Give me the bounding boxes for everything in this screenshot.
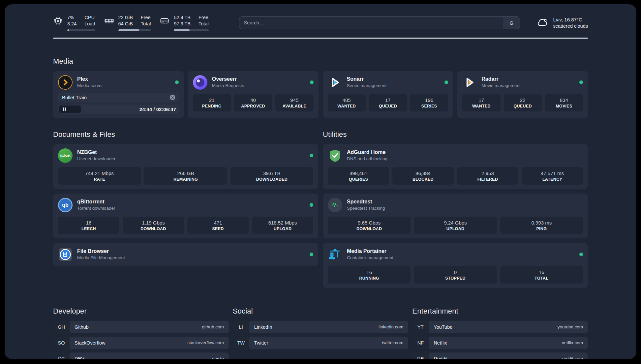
stat-label: DOWNLOAD <box>125 227 182 231</box>
stat-value: 17 <box>464 97 498 103</box>
app-subtitle: Media server <box>77 83 103 89</box>
dashboard-page: 7% CPU 3.24 Load <box>5 4 636 359</box>
app-name: Media Portainer <box>347 248 393 255</box>
app-card-nzbget[interactable]: nzbget NZBGet Usenet downloader 744.21 M… <box>53 144 318 189</box>
now-playing-row: Bullet Train <box>58 93 179 102</box>
status-dot <box>310 203 313 207</box>
link-abbr: GH <box>53 321 70 333</box>
cpu-progress-bar <box>67 29 95 31</box>
link-row-dev[interactable]: DT DEV dev.to <box>53 352 229 359</box>
app-name: Sonarr <box>347 76 387 82</box>
search-provider-button[interactable]: G <box>503 17 520 29</box>
link-row-youtube[interactable]: YT YouTube youtube.com <box>412 321 588 333</box>
stat-value: 485 <box>330 97 364 103</box>
stat-value: 196 <box>412 97 446 103</box>
cpu-load-value: 3.24 <box>67 21 76 27</box>
stat-value: 86,384 <box>394 170 452 176</box>
stat-value: 16 <box>330 269 409 275</box>
ram-total-value: 64 GiB <box>118 21 133 27</box>
section-title-utilities: Utilities <box>323 130 588 139</box>
link-row-twitter[interactable]: TW Twitter twitter.com <box>233 337 409 349</box>
disk-free-label: Free <box>198 15 209 21</box>
stat-tile: 17 WANTED <box>462 94 500 111</box>
stat-tile: 47.571 ms LATENCY <box>522 167 583 185</box>
link-row-netflix[interactable]: NF Netflix netflix.com <box>412 337 588 349</box>
app-card-qbittorrent[interactable]: qb qBittorrent Torrent downloader 16 LEE… <box>53 194 318 238</box>
stat-tile: 834 MOVIES <box>545 94 583 111</box>
weather-widget: Lviv, 16.87°C scattered clouds <box>535 15 588 30</box>
disk-free-value: 52.4 TB <box>174 15 191 21</box>
cloud-icon <box>535 15 549 30</box>
link-row-linkedin[interactable]: LI LinkedIn linkedin.com <box>233 321 409 333</box>
app-subtitle: Movie management <box>481 83 521 89</box>
app-subtitle: Container management <box>347 255 393 261</box>
stat-label: QUEUED <box>506 104 540 108</box>
link-url: github.com <box>202 324 224 329</box>
link-row-reddit[interactable]: RE Reddit reddit.com <box>412 352 588 359</box>
stat-tile: 21 PENDING <box>193 94 231 111</box>
search-input[interactable] <box>239 17 503 29</box>
stat-label: BLOCKED <box>394 177 452 182</box>
app-card-adguard[interactable]: AdGuard Home DNS and adblocking 498,461 … <box>323 144 588 189</box>
stat-tile: 9.24 Gbps UPLOAD <box>414 217 497 234</box>
stat-value: 744.21 Mbps <box>60 170 139 176</box>
stat-tile: 9.65 Gbps DOWNLOAD <box>328 217 411 234</box>
link-name: LinkedIn <box>254 324 272 330</box>
stat-tile: 40 APPROVED <box>234 94 272 111</box>
app-card-portainer[interactable]: Media Portainer Container management 16 … <box>323 243 588 288</box>
app-card-plex[interactable]: Plex Media server Bullet Train <box>53 71 184 118</box>
app-name: File Browser <box>77 248 125 255</box>
app-card-radarr[interactable]: Radarr Movie management 17 WANTED 22 QUE… <box>457 71 588 118</box>
link-abbr: DT <box>53 352 70 359</box>
stat-value: 22 <box>506 97 540 103</box>
sonarr-icon <box>328 75 342 90</box>
stat-value: 266 GB <box>146 170 225 176</box>
ram-icon <box>104 16 114 26</box>
pause-button[interactable] <box>59 106 81 113</box>
app-card-sonarr[interactable]: Sonarr Series management 485 WANTED 17 Q… <box>323 71 453 118</box>
link-row-stackoverflow[interactable]: SO StackOverflow stackoverflow.com <box>53 337 229 349</box>
link-name: YouTube <box>434 324 452 330</box>
stat-value: 21 <box>195 97 229 103</box>
search-bar[interactable]: G <box>239 16 520 29</box>
topbar-divider <box>53 38 588 39</box>
stat-tile: 0 STOPPED <box>414 266 497 284</box>
stat-label: LATENCY <box>524 177 581 182</box>
stat-tile: 39.6 TB DOWNLOADED <box>230 167 313 185</box>
stat-tile: 744.21 Mbps RATE <box>58 167 141 185</box>
stat-value: 2,953 <box>459 170 516 176</box>
system-stats: 7% CPU 3.24 Load <box>53 15 209 31</box>
stat-tile: 1.19 Gbps DOWNLOAD <box>123 217 184 234</box>
cpu-stat: 7% CPU 3.24 Load <box>53 15 95 31</box>
stat-value: 9.65 Gbps <box>330 220 409 226</box>
link-abbr: RE <box>412 352 429 359</box>
qbittorrent-icon: qb <box>58 198 73 212</box>
stat-value: 618.52 Mbps <box>254 220 311 226</box>
link-url: twitter.com <box>382 340 404 345</box>
cpu-icon <box>53 16 63 26</box>
filebrowser-icon <box>58 247 73 262</box>
app-card-speedtest[interactable]: Speedtest Speedtest Tracking 9.65 Gbps D… <box>323 194 588 238</box>
weather-condition: scattered clouds <box>553 23 588 29</box>
disk-total-label: Total <box>198 21 209 27</box>
link-name: Netflix <box>434 340 447 346</box>
disk-total-value: 97.9 TB <box>174 21 191 27</box>
stat-value: 39.6 TB <box>232 170 311 176</box>
status-dot <box>310 80 314 84</box>
ram-free-label: Free <box>141 15 151 21</box>
stat-value: 945 <box>277 97 311 103</box>
stat-label: QUEUED <box>371 104 405 108</box>
link-url: youtube.com <box>558 324 583 329</box>
ram-progress-bar <box>118 29 151 31</box>
app-card-overseerr[interactable]: Overseerr Media Requests 21 PENDING 40 A… <box>188 71 319 118</box>
link-name: StackOverflow <box>75 340 105 346</box>
status-dot <box>579 80 583 84</box>
stat-tile: 17 QUEUED <box>369 94 407 111</box>
top-bar: 7% CPU 3.24 Load <box>53 4 588 31</box>
link-row-github[interactable]: GH Github github.com <box>53 321 229 333</box>
app-card-filebrowser[interactable]: File Browser Media File Management <box>53 243 318 266</box>
stat-value: 834 <box>547 97 581 103</box>
stat-label: DOWNLOADED <box>232 177 311 182</box>
status-dot <box>310 154 313 157</box>
app-name: AdGuard Home <box>347 149 387 156</box>
